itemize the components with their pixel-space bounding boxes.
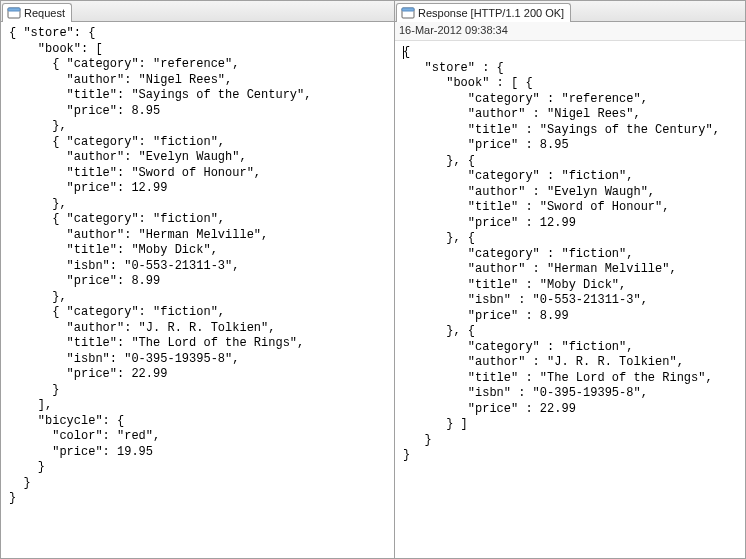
response-tab[interactable]: Response [HTTP/1.1 200 OK] [396, 3, 571, 22]
response-tabbar: Response [HTTP/1.1 200 OK] [395, 1, 745, 22]
response-editor[interactable]: { "store" : { "book" : [ { "category" : … [395, 41, 745, 558]
request-tab[interactable]: Request [2, 3, 72, 22]
request-code: { "store": { "book": [ { "category": "re… [1, 22, 394, 511]
response-timestamp: 16-Mar-2012 09:38:34 [395, 22, 745, 41]
svg-rect-1 [8, 8, 20, 11]
request-icon [7, 6, 21, 20]
response-code: { "store" : { "book" : [ { "category" : … [395, 41, 745, 468]
svg-rect-3 [402, 8, 414, 11]
request-panel: Request { "store": { "book": [ { "catego… [1, 1, 395, 558]
request-editor[interactable]: { "store": { "book": [ { "category": "re… [1, 22, 394, 558]
response-panel: Response [HTTP/1.1 200 OK] 16-Mar-2012 0… [395, 1, 745, 558]
response-icon [401, 6, 415, 20]
request-tabbar: Request [1, 1, 394, 22]
response-tab-label: Response [HTTP/1.1 200 OK] [418, 7, 564, 19]
request-tab-label: Request [24, 7, 65, 19]
split-container: Request { "store": { "book": [ { "catego… [0, 0, 746, 559]
